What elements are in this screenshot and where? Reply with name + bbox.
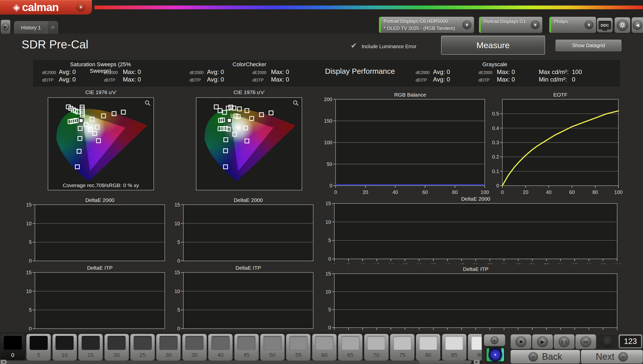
colorchecker-title: ColorChecker [217, 61, 282, 68]
metric-label: dEITP [478, 78, 490, 83]
pattern-tile-50[interactable]: 50 [260, 334, 285, 360]
show-datagrid-button[interactable]: Show Datagrid [556, 40, 621, 51]
meter-name: Portrait Displays C6 HDR5000 [384, 19, 448, 24]
pattern-tile-0[interactable]: 0 [1, 334, 25, 360]
svg-text:60: 60 [569, 189, 575, 195]
cie-target-marker [121, 110, 126, 114]
stop-button[interactable]: ■ [510, 334, 531, 349]
coverage-readout: Coverage rec.709/sRGB: 0 % xy [48, 182, 153, 188]
add-tab-button[interactable]: + [47, 21, 58, 34]
gray-swatch [419, 336, 437, 350]
stat-value: Avg: 0 [59, 76, 76, 83]
deltae2000-grayscale-chart: 0510150510152025303540455055606570758085… [317, 197, 628, 264]
gray-swatch [108, 336, 126, 350]
scroll-right-button[interactable]: ▶ [474, 360, 480, 364]
tab-history-1[interactable]: History 1 [14, 21, 48, 34]
refresh-button[interactable]: ↻ [597, 334, 618, 349]
gray-swatch [289, 336, 307, 350]
pattern-tile-80[interactable]: 80 [416, 334, 440, 360]
pattern-tile-75[interactable]: 75 [390, 334, 414, 360]
ddc-control-button[interactable]: DDC [597, 18, 613, 33]
svg-text:0: 0 [328, 325, 331, 330]
scroll-left-button[interactable]: ◀ [1, 360, 7, 364]
pattern-counter[interactable]: 123 [618, 334, 642, 349]
pattern-level-label: 5 [26, 352, 51, 358]
svg-text:75: 75 [544, 263, 549, 264]
pattern-preview-thumbnail[interactable] [486, 347, 505, 362]
svg-text:0.3: 0.3 [492, 140, 499, 145]
chevron-down-icon: ▼ [462, 20, 471, 29]
main-menu-button[interactable]: ▼ [76, 3, 85, 12]
back-button[interactable]: « Back [510, 350, 580, 364]
pattern-level-label: 70 [364, 352, 389, 358]
svg-text:5: 5 [328, 238, 331, 243]
settings-button[interactable] [614, 17, 630, 33]
gray-swatch [30, 336, 48, 350]
include-luminance-checkbox[interactable]: ✔ [351, 41, 357, 50]
svg-text:70: 70 [529, 263, 535, 264]
pattern-tile-60[interactable]: 60 [312, 334, 337, 360]
pattern-strip-scrollbar-thumb[interactable] [8, 361, 419, 363]
infinity-icon: ∞ [580, 336, 591, 347]
pattern-tile-40[interactable]: 40 [208, 334, 233, 360]
svg-text:10: 10 [326, 219, 331, 225]
pattern-tile-85[interactable]: 85 [442, 334, 466, 360]
magnifier-icon[interactable] [293, 100, 299, 107]
svg-text:85: 85 [572, 263, 577, 264]
cie-target-marker [223, 164, 228, 169]
svg-text:10: 10 [360, 263, 365, 264]
svg-text:40: 40 [445, 331, 450, 332]
pattern-tile-45[interactable]: 45 [234, 334, 259, 360]
pattern-tile-25[interactable]: 25 [130, 334, 155, 360]
svg-text:35: 35 [431, 331, 436, 332]
meter-select-dropdown[interactable]: Portrait Displays C6 HDR5000 * OLED TV 2… [379, 17, 474, 33]
cie-target-marker [84, 122, 88, 127]
cie-target-marker [77, 136, 82, 141]
gray-swatch [445, 336, 463, 350]
svg-text:70: 70 [529, 331, 535, 332]
svg-text:25: 25 [402, 263, 408, 264]
svg-text:60: 60 [422, 189, 428, 195]
measure-button[interactable]: Measure [441, 36, 545, 55]
svg-text:40: 40 [546, 189, 552, 195]
cie-target-marker [232, 132, 237, 136]
next-button[interactable]: Next » [581, 350, 643, 364]
pattern-tile-5[interactable]: 5 [26, 334, 51, 360]
svg-text:55: 55 [487, 263, 493, 264]
cie-target-marker [236, 114, 241, 119]
play-button[interactable]: ▶ [532, 334, 553, 349]
pattern-tile-15[interactable]: 15 [78, 334, 103, 360]
gray-swatch [315, 336, 333, 350]
pattern-tile-20[interactable]: 20 [104, 334, 129, 360]
svg-text:50: 50 [327, 161, 332, 167]
pattern-panel-expand-button[interactable]: ▲ [484, 334, 505, 346]
pattern-tile-65[interactable]: 65 [338, 334, 362, 360]
cie-target-marker [112, 111, 116, 116]
display-select-dropdown[interactable]: Philips ▼ [549, 17, 596, 33]
continuous-measure-button[interactable]: ∞ [575, 334, 596, 349]
svg-text:30: 30 [416, 331, 422, 332]
magnifier-icon[interactable] [144, 100, 151, 107]
cie-target-marker [218, 108, 223, 113]
source-select-dropdown[interactable]: Portrait Displays G1 ▼ [479, 17, 543, 33]
pattern-tile-70[interactable]: 70 [364, 334, 389, 360]
pattern-window-button[interactable]: [··] [554, 334, 575, 349]
pattern-tile-10[interactable]: 10 [52, 334, 77, 360]
pattern-tile-35[interactable]: 35 [182, 334, 207, 360]
cie-target-marker [243, 125, 248, 130]
svg-text:100: 100 [324, 140, 332, 145]
workspace-expand-button[interactable]: ▶ [1, 20, 11, 34]
deltae2000-colorchecker-chart: 051015DeltaE 2000 [163, 198, 316, 262]
cie-target-marker [223, 148, 228, 153]
gray-swatch [4, 336, 22, 350]
cie-target-marker [222, 110, 227, 115]
pattern-tile-30[interactable]: 30 [156, 334, 181, 360]
pattern-tile-55[interactable]: 55 [286, 334, 310, 360]
panel-collapse-button[interactable]: ◀ [631, 17, 643, 33]
svg-text:0: 0 [328, 256, 331, 262]
stat-value: Avg: 0 [59, 68, 76, 76]
pattern-level-label: 30 [156, 352, 181, 358]
meter-connected-indicator [379, 17, 381, 33]
triangle-left-icon: ◀ [3, 360, 5, 363]
metric-label: dEITP [416, 78, 427, 83]
